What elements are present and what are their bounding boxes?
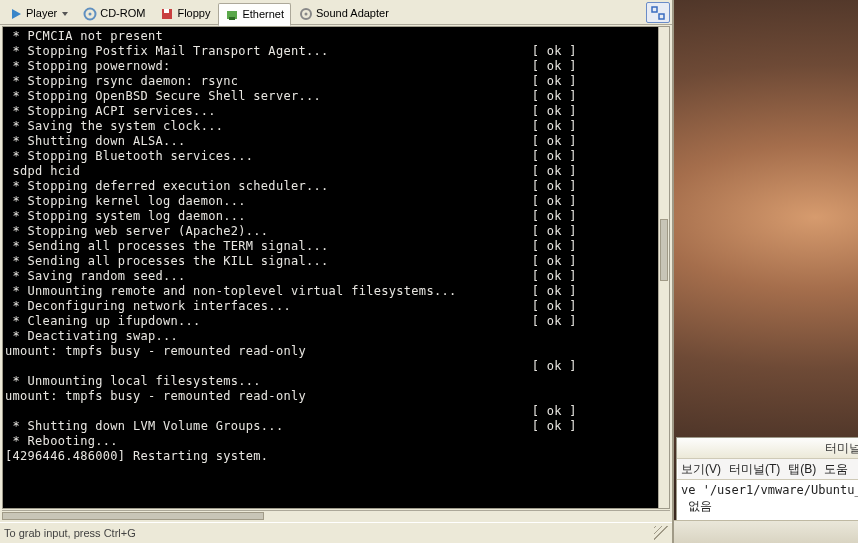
chevron-down-icon [62, 12, 68, 16]
terminal-menu-tabs[interactable]: 탭(B) [788, 461, 816, 478]
cdrom-label: CD-ROM [100, 8, 145, 19]
grab-input-hint: To grab input, press Ctrl+G [4, 527, 136, 539]
console-output: * PCMCIA not present * Stopping Postfix … [5, 29, 659, 464]
terminal-titlebar[interactable]: 터미널 [677, 438, 858, 459]
floppy-button[interactable]: Floppy [153, 2, 217, 24]
svg-point-8 [305, 12, 308, 15]
scrollbar-thumb[interactable] [660, 219, 668, 281]
svg-marker-0 [12, 9, 21, 19]
svg-point-2 [89, 12, 92, 15]
scrollbar-thumb[interactable] [2, 512, 264, 520]
svg-rect-4 [164, 9, 169, 13]
terminal-content[interactable]: ve '/user1/vmware/Ubuntu_ 없음 [677, 480, 858, 520]
gnome-terminal-window[interactable]: 터미널 보기(V) 터미널(T) 탭(B) 도움 ve '/user1/vmwa… [676, 437, 858, 521]
terminal-menubar: 보기(V) 터미널(T) 탭(B) 도움 [677, 459, 858, 480]
taskbar-fragment [674, 520, 858, 543]
svg-rect-10 [659, 14, 664, 19]
floppy-label: Floppy [177, 8, 210, 19]
cdrom-button[interactable]: CD-ROM [76, 2, 152, 24]
floppy-icon [160, 7, 174, 21]
status-bar: To grab input, press Ctrl+G [0, 522, 672, 543]
fullscreen-icon [651, 6, 665, 20]
terminal-menu-view[interactable]: 보기(V) [681, 461, 721, 478]
svg-rect-9 [652, 7, 657, 12]
resize-grip-icon[interactable] [654, 526, 668, 540]
vmware-toolbar: Player CD-ROM Floppy Ethernet Sound A [0, 0, 672, 25]
terminal-title: 터미널 [825, 440, 858, 457]
ethernet-icon [225, 8, 239, 22]
terminal-menu-terminal[interactable]: 터미널(T) [729, 461, 780, 478]
sound-button[interactable]: Sound Adapter [292, 2, 396, 24]
sound-icon [299, 7, 313, 21]
cdrom-icon [83, 7, 97, 21]
vmware-player-window: Player CD-ROM Floppy Ethernet Sound A [0, 0, 674, 543]
player-menu-label: Player [26, 8, 57, 19]
fullscreen-button[interactable] [646, 2, 670, 23]
svg-rect-6 [229, 17, 235, 20]
player-icon [9, 7, 23, 21]
guest-console-viewport[interactable]: * PCMCIA not present * Stopping Postfix … [2, 26, 670, 509]
horizontal-scrollbar[interactable] [2, 510, 670, 521]
terminal-menu-help[interactable]: 도움 [824, 461, 848, 478]
player-menu-button[interactable]: Player [2, 2, 75, 24]
ethernet-button[interactable]: Ethernet [218, 3, 291, 26]
vertical-scrollbar[interactable] [658, 27, 669, 508]
sound-label: Sound Adapter [316, 8, 389, 19]
ethernet-label: Ethernet [242, 9, 284, 20]
